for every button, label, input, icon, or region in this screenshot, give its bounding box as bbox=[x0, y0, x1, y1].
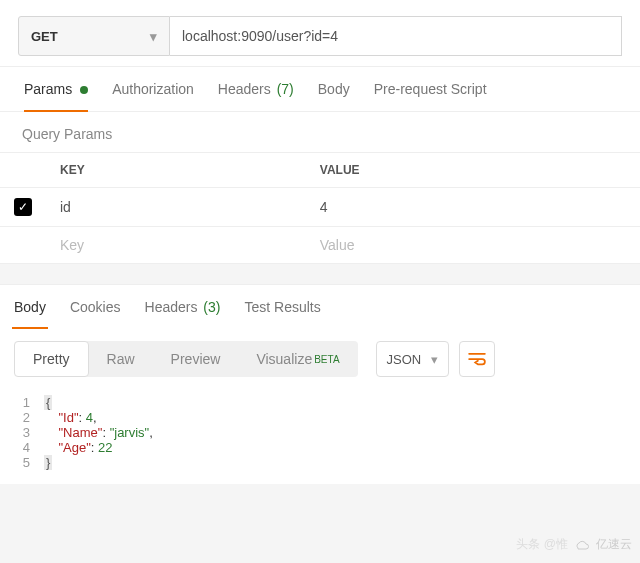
tab-params[interactable]: Params bbox=[12, 67, 100, 111]
beta-badge: BETA bbox=[314, 354, 339, 365]
watermark-left: 头条 @惟 bbox=[516, 536, 568, 553]
tab-authorization[interactable]: Authorization bbox=[100, 67, 206, 111]
resp-tab-cookies[interactable]: Cookies bbox=[58, 285, 133, 329]
response-body[interactable]: 1{2 "Id": 4,3 "Name": "jarvis",4 "Age": … bbox=[0, 389, 640, 484]
tab-headers[interactable]: Headers (7) bbox=[206, 67, 306, 111]
params-active-dot-icon bbox=[80, 86, 88, 94]
fmt-pretty[interactable]: Pretty bbox=[14, 341, 89, 377]
param-key-placeholder[interactable]: Key bbox=[46, 227, 306, 264]
url-input[interactable] bbox=[170, 16, 622, 56]
table-row: Key Value bbox=[0, 227, 640, 264]
response-type-select[interactable]: JSON ▾ bbox=[376, 341, 450, 377]
resp-tab-headers[interactable]: Headers (3) bbox=[133, 285, 233, 329]
fmt-preview[interactable]: Preview bbox=[153, 341, 239, 377]
resp-tab-body[interactable]: Body bbox=[2, 285, 58, 329]
resp-headers-count-badge: (3) bbox=[203, 299, 220, 315]
format-tabs: Pretty Raw Preview Visualize BETA bbox=[14, 341, 358, 377]
cloud-icon bbox=[574, 539, 590, 551]
wrap-icon bbox=[468, 352, 486, 366]
wrap-lines-button[interactable] bbox=[459, 341, 495, 377]
param-value-cell[interactable]: 4 bbox=[306, 188, 640, 227]
fmt-raw[interactable]: Raw bbox=[89, 341, 153, 377]
response-type-value: JSON bbox=[387, 352, 422, 367]
fmt-visualize[interactable]: Visualize BETA bbox=[238, 341, 357, 377]
chevron-down-icon: ▾ bbox=[150, 29, 157, 44]
fmt-visualize-label: Visualize bbox=[256, 351, 312, 367]
param-checkbox[interactable]: ✓ bbox=[14, 198, 32, 216]
param-key-cell[interactable]: id bbox=[46, 188, 306, 227]
tab-params-label: Params bbox=[24, 81, 72, 97]
watermark-right: 亿速云 bbox=[596, 536, 632, 553]
resp-headers-label: Headers bbox=[145, 299, 198, 315]
resp-tab-tests[interactable]: Test Results bbox=[232, 285, 332, 329]
col-key: KEY bbox=[46, 153, 306, 188]
tab-prerequest[interactable]: Pre-request Script bbox=[362, 67, 499, 111]
query-params-table: KEY VALUE ✓ id 4 Key Value bbox=[0, 152, 640, 264]
query-params-title: Query Params bbox=[0, 112, 640, 152]
col-value: VALUE bbox=[306, 153, 640, 188]
tab-headers-label: Headers bbox=[218, 81, 271, 97]
watermark: 头条 @惟 亿速云 bbox=[516, 536, 632, 553]
tab-body[interactable]: Body bbox=[306, 67, 362, 111]
headers-count-badge: (7) bbox=[277, 81, 294, 97]
chevron-down-icon: ▾ bbox=[431, 352, 438, 367]
param-value-placeholder[interactable]: Value bbox=[306, 227, 640, 264]
http-method-value: GET bbox=[31, 29, 58, 44]
table-row: ✓ id 4 bbox=[0, 188, 640, 227]
http-method-select[interactable]: GET ▾ bbox=[18, 16, 170, 56]
